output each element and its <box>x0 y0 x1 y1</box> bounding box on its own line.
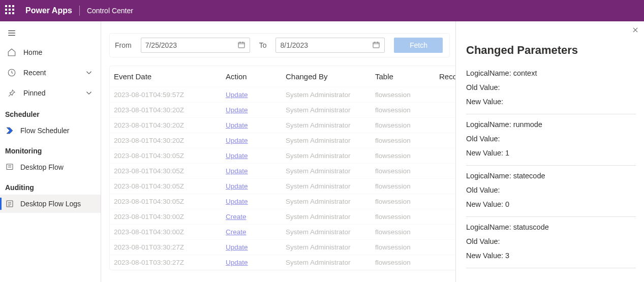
action-link[interactable]: Update <box>226 152 248 160</box>
sidebar-item-flow-scheduler[interactable]: Flow Scheduler <box>0 121 101 140</box>
col-header-changedby[interactable]: Changed By <box>286 72 375 81</box>
param-logicalname: LogicalName: context <box>466 66 636 80</box>
cell-action: Update <box>226 243 286 251</box>
logs-icon <box>5 199 14 208</box>
param-logicalname: LogicalName: statuscode <box>466 220 636 234</box>
to-label: To <box>259 41 267 49</box>
cell-table: flowsession <box>375 198 439 205</box>
param-newvalue: New Value: 3 <box>466 248 636 263</box>
cell-table: flowsession <box>375 182 439 190</box>
action-link[interactable]: Update <box>226 259 248 266</box>
filter-bar: From 7/25/2023 To 8/1/2023 Fetch <box>109 33 450 57</box>
cell-date: 2023-08-01T04:30:05Z <box>114 198 226 205</box>
param-newvalue: New Value: 1 <box>466 146 636 160</box>
from-date-value: 7/25/2023 <box>145 41 177 49</box>
to-date-value: 8/1/2023 <box>280 41 308 49</box>
flow-icon <box>5 126 14 135</box>
main-content: From 7/25/2023 To 8/1/2023 Fetch Event D… <box>101 21 644 282</box>
cell-action: Update <box>226 167 286 175</box>
desktop-icon <box>5 163 14 172</box>
changed-parameters-panel: Changed Parameters LogicalName: contextO… <box>455 21 644 282</box>
cell-changedby: System Administrator <box>286 121 375 129</box>
app-launcher-icon[interactable] <box>5 5 16 16</box>
cell-changedby: System Administrator <box>286 243 375 251</box>
cell-date: 2023-08-01T04:30:05Z <box>114 152 226 160</box>
cell-table: flowsession <box>375 91 439 99</box>
cell-date: 2023-08-01T04:30:00Z <box>114 213 226 221</box>
cell-changedby: System Administrator <box>286 152 375 160</box>
param-oldvalue: Old Value: <box>466 80 636 95</box>
cell-table: flowsession <box>375 167 439 175</box>
fetch-button[interactable]: Fetch <box>394 38 443 53</box>
param-oldvalue: Old Value: <box>466 234 636 248</box>
action-link[interactable]: Update <box>226 167 248 175</box>
cell-changedby: System Administrator <box>286 213 375 221</box>
param-block: LogicalName: runmodeOld Value:New Value:… <box>466 114 636 166</box>
cell-action: Create <box>226 213 286 221</box>
sidebar-item-label: Pinned <box>23 89 46 97</box>
chevron-down-icon <box>84 88 94 98</box>
to-date-input[interactable]: 8/1/2023 <box>275 38 385 53</box>
pin-icon <box>7 88 16 98</box>
sidebar-item-desktop-flow-logs[interactable]: Desktop Flow Logs <box>0 195 101 213</box>
cell-date: 2023-08-01T04:30:20Z <box>114 137 226 144</box>
cell-action: Update <box>226 91 286 99</box>
cell-action: Update <box>226 198 286 205</box>
cell-table: flowsession <box>375 243 439 251</box>
action-link[interactable]: Create <box>226 228 247 236</box>
cell-changedby: System Administrator <box>286 137 375 144</box>
param-oldvalue: Old Value: <box>466 183 636 197</box>
param-logicalname: LogicalName: runmode <box>466 117 636 132</box>
sidebar-item-home[interactable]: Home <box>0 42 101 62</box>
col-header-date[interactable]: Event Date <box>114 72 226 81</box>
app-header: Power Apps Control Center <box>0 0 644 21</box>
param-block: LogicalName: contextOld Value:New Value: <box>466 63 636 114</box>
action-link[interactable]: Update <box>226 182 248 190</box>
sidebar-item-recent[interactable]: Recent <box>0 62 101 83</box>
svg-rect-7 <box>373 42 379 48</box>
cell-date: 2023-08-01T03:30:27Z <box>114 243 226 251</box>
cell-date: 2023-08-01T04:59:57Z <box>114 91 226 99</box>
action-link[interactable]: Update <box>226 243 248 251</box>
col-header-action[interactable]: Action <box>226 72 286 81</box>
cell-table: flowsession <box>375 137 439 144</box>
action-link[interactable]: Update <box>226 106 248 114</box>
sidebar-item-pinned[interactable]: Pinned <box>0 83 101 103</box>
cell-changedby: System Administrator <box>286 91 375 99</box>
calendar-icon <box>372 41 380 50</box>
cell-changedby: System Administrator <box>286 228 375 236</box>
sidebar: Home Recent Pinned Scheduler F <box>0 21 101 282</box>
action-link[interactable]: Update <box>226 137 248 144</box>
sidebar-item-label: Desktop Flow <box>20 163 64 171</box>
sidebar-item-label: Home <box>23 48 42 56</box>
action-link[interactable]: Update <box>226 121 248 129</box>
from-date-input[interactable]: 7/25/2023 <box>141 38 250 53</box>
home-icon <box>7 48 16 57</box>
close-button[interactable] <box>632 26 639 35</box>
sidebar-item-desktop-flow[interactable]: Desktop Flow <box>0 158 101 176</box>
chevron-down-icon <box>84 68 94 77</box>
cell-date: 2023-08-01T04:30:05Z <box>114 182 226 190</box>
hamburger-button[interactable] <box>0 25 101 42</box>
svg-rect-6 <box>238 42 244 48</box>
cell-date: 2023-08-01T03:30:27Z <box>114 259 226 266</box>
cell-changedby: System Administrator <box>286 182 375 190</box>
sidebar-item-label: Desktop Flow Logs <box>20 200 81 208</box>
cell-action: Update <box>226 106 286 114</box>
action-link[interactable]: Update <box>226 91 248 99</box>
cell-date: 2023-08-01T04:30:05Z <box>114 167 226 175</box>
col-header-table[interactable]: Table <box>375 72 439 81</box>
param-block: LogicalName: statecodeOld Value:New Valu… <box>466 166 636 217</box>
cell-table: flowsession <box>375 213 439 221</box>
cell-changedby: System Administrator <box>286 167 375 175</box>
cell-action: Update <box>226 182 286 190</box>
action-link[interactable]: Update <box>226 198 248 205</box>
cell-action: Create <box>226 228 286 236</box>
action-link[interactable]: Create <box>226 213 247 221</box>
cell-table: flowsession <box>375 106 439 114</box>
cell-date: 2023-08-01T04:30:20Z <box>114 121 226 129</box>
param-newvalue: New Value: 0 <box>466 197 636 211</box>
cell-date: 2023-08-01T04:30:00Z <box>114 228 226 236</box>
app-name: Power Apps <box>25 6 72 15</box>
param-oldvalue: Old Value: <box>466 132 636 146</box>
